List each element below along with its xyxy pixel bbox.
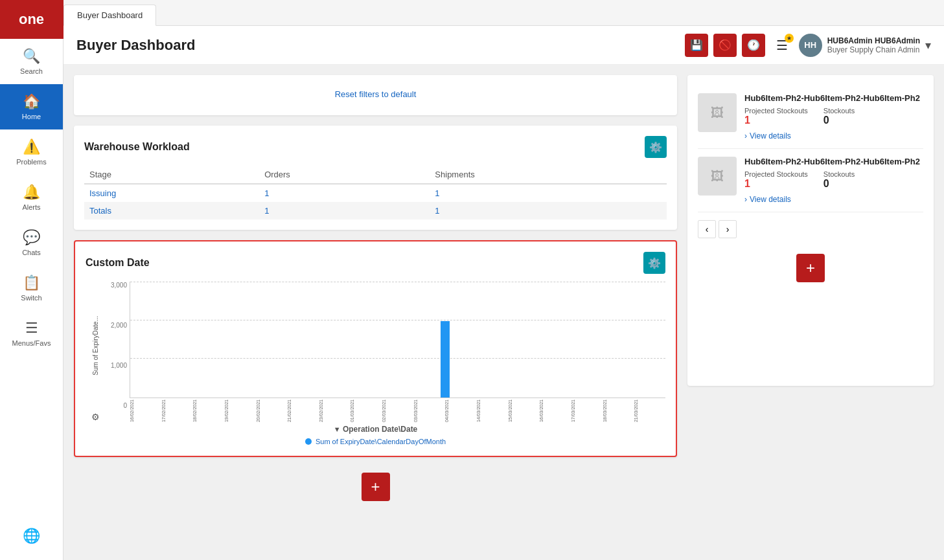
sidebar-item-home[interactable]: 🏠 Home xyxy=(0,84,63,129)
save-button[interactable]: 💾 xyxy=(685,34,708,57)
col-stage: Stage xyxy=(84,166,259,184)
table-row: Issuing 1 1 xyxy=(84,184,667,202)
switch-icon: 📋 xyxy=(23,274,40,291)
menu-icon: ☰ xyxy=(25,320,38,337)
filter-funnel-icon: ▼ xyxy=(334,425,341,433)
y-axis-label: Sum of ExpiryDate... xyxy=(92,316,99,375)
chart-body: 3,000 2,000 1,000 0 xyxy=(105,282,665,422)
stock-item-details-0: Hub6Item-Ph2-Hub6Item-Ph2-Hub6Item-Ph2 P… xyxy=(744,93,923,140)
x-axis-label: 16/02/2021 xyxy=(130,399,161,422)
warehouse-filter-button[interactable]: ⚙️ xyxy=(645,136,667,158)
view-details-link-1[interactable]: › View details xyxy=(744,195,923,204)
x-labels: 16/02/202117/02/202118/02/202119/02/2021… xyxy=(130,399,665,422)
app-logo[interactable]: one xyxy=(0,0,63,39)
sidebar-item-alerts[interactable]: 🔔 Alerts xyxy=(0,175,63,220)
main-content: Buyer Dashboard Buyer Dashboard 💾 🚫 🕐 ☰ … xyxy=(63,0,944,560)
sidebar-item-label: Chats xyxy=(22,249,41,256)
sidebar-item-globe[interactable]: 🌐 xyxy=(0,519,63,554)
sidebar-item-search[interactable]: 🔍 Search xyxy=(0,39,63,84)
y-tick-1000: 1,000 xyxy=(111,362,127,369)
chart-wrapper: Sum of ExpiryDate... ⚙ 3,000 2,000 1,000… xyxy=(86,282,665,422)
user-info[interactable]: HH HUB6Admin HUB6Admin Buyer Supply Chai… xyxy=(799,34,931,57)
grid-line-2000 xyxy=(130,320,665,320)
x-axis-label: 20/02/2021 xyxy=(256,399,288,422)
search-icon: 🔍 xyxy=(23,48,40,65)
globe-icon: 🌐 xyxy=(23,528,40,544)
tab-buyer-dashboard[interactable]: Buyer Dashboard xyxy=(63,5,156,26)
orders-cell: 1 xyxy=(259,184,430,202)
col-orders: Orders xyxy=(259,166,430,184)
right-panel: 🖼 Hub6Item-Ph2-Hub6Item-Ph2-Hub6Item-Ph2… xyxy=(687,75,934,550)
shipments-cell: 1 xyxy=(430,184,667,202)
x-axis-label: 23/02/2021 xyxy=(319,399,351,422)
save-icon: 💾 xyxy=(690,39,703,51)
y-axis-label-wrapper: Sum of ExpiryDate... xyxy=(92,282,99,409)
stockouts-0: Stockouts 0 xyxy=(823,107,855,126)
sidebar: one 🔍 Search 🏠 Home ⚠️ Problems 🔔 Alerts… xyxy=(0,0,63,560)
tab-bar: Buyer Dashboard xyxy=(63,0,944,26)
x-axis-label: 17/02/2021 xyxy=(161,399,193,422)
gear-icon[interactable]: ⚙ xyxy=(91,412,100,422)
chevron-right-icon: › xyxy=(744,131,747,140)
notifications-menu-button[interactable]: ☰ ★ xyxy=(770,34,794,57)
pagination: ‹ › xyxy=(698,220,923,238)
warehouse-workload-title: Warehouse Workload xyxy=(84,141,190,153)
filter-sliders-icon: ⚙️ xyxy=(649,141,662,153)
sidebar-item-label: Search xyxy=(20,67,43,75)
dashboard-body: Reset filters to default Warehouse Workl… xyxy=(63,65,944,560)
plot-container: 16/02/202117/02/202118/02/202119/02/2021… xyxy=(130,282,665,422)
image-placeholder-icon: 🖼 xyxy=(711,106,724,120)
plot-area xyxy=(130,282,665,398)
sidebar-item-menus[interactable]: ☰ Menus/Favs xyxy=(0,311,63,356)
y-axis-container: Sum of ExpiryDate... ⚙ xyxy=(86,282,105,422)
stock-item: 🖼 Hub6Item-Ph2-Hub6Item-Ph2-Hub6Item-Ph2… xyxy=(698,149,923,212)
stock-item-name-0: Hub6Item-Ph2-Hub6Item-Ph2-Hub6Item-Ph2 xyxy=(744,93,923,103)
sidebar-item-label: Home xyxy=(22,113,41,120)
cancel-button[interactable]: 🚫 xyxy=(713,34,737,57)
chart-legend: Sum of ExpiryDate\CalendarDayOfMonth xyxy=(86,438,665,445)
x-axis-label: 21/02/2021 xyxy=(287,399,319,422)
warehouse-workload-card: Warehouse Workload ⚙️ Stage Orders Shipm… xyxy=(74,126,677,230)
bell-icon: 🔔 xyxy=(23,184,40,201)
add-widget-button[interactable]: + xyxy=(362,473,390,501)
stock-item-name-1: Hub6Item-Ph2-Hub6Item-Ph2-Hub6Item-Ph2 xyxy=(744,157,923,166)
view-details-link-0[interactable]: › View details xyxy=(744,131,923,140)
x-axis-label: 15/03/2021 xyxy=(508,399,540,422)
avatar: HH xyxy=(799,34,822,57)
prev-page-button[interactable]: ‹ xyxy=(698,220,716,238)
page-header: Buyer Dashboard 💾 🚫 🕐 ☰ ★ HH HUB6Admin H… xyxy=(63,26,944,65)
chat-icon: 💬 xyxy=(23,229,40,246)
x-axis-label: 01/03/2021 xyxy=(350,399,382,422)
x-axis-label: 02/03/2021 xyxy=(382,399,413,422)
page-title: Buyer Dashboard xyxy=(76,37,195,54)
workload-table: Stage Orders Shipments Issuing 1 1 Total… xyxy=(84,166,667,219)
x-axis-label: 04/03/2021 xyxy=(444,399,476,422)
sidebar-item-switch[interactable]: 📋 Switch xyxy=(0,265,63,311)
sidebar-item-chats[interactable]: 💬 Chats xyxy=(0,220,63,265)
history-button[interactable]: 🕐 xyxy=(742,34,765,57)
user-name: HUB6Admin HUB6Admin xyxy=(827,36,920,45)
x-axis-label: 21/03/2021 xyxy=(634,399,665,422)
header-actions: 💾 🚫 🕐 ☰ ★ HH HUB6Admin HUB6Admin Buyer S… xyxy=(685,34,931,57)
sidebar-bottom: 🌐 xyxy=(0,519,63,560)
chart-header: Custom Date ⚙️ xyxy=(86,252,665,274)
grid-line-top xyxy=(130,282,665,282)
reset-filters-link[interactable]: Reset filters to default xyxy=(335,89,417,99)
stock-metrics-0: Projected Stockouts 1 Stockouts 0 xyxy=(744,107,923,126)
y-ticks: 3,000 2,000 1,000 0 xyxy=(105,282,130,422)
legend-label: Sum of ExpiryDate\CalendarDayOfMonth xyxy=(316,438,446,445)
x-title-text: Operation Date\Date xyxy=(343,425,417,434)
x-axis-label: 19/02/2021 xyxy=(224,399,256,422)
right-add-button[interactable]: + xyxy=(796,254,825,282)
notification-badge: ★ xyxy=(785,34,794,43)
history-icon: 🕐 xyxy=(747,39,760,51)
x-axis-label: 16/03/2021 xyxy=(539,399,571,422)
next-page-button[interactable]: › xyxy=(719,220,737,238)
sidebar-item-problems[interactable]: ⚠️ Problems xyxy=(0,129,63,175)
col-shipments: Shipments xyxy=(430,166,667,184)
stock-metrics-1: Projected Stockouts 1 Stockouts 0 xyxy=(744,170,923,190)
stock-card: 🖼 Hub6Item-Ph2-Hub6Item-Ph2-Hub6Item-Ph2… xyxy=(687,75,934,386)
chart-filter-button[interactable]: ⚙️ xyxy=(643,252,665,274)
stock-image-1: 🖼 xyxy=(698,157,737,196)
stock-item-details-1: Hub6Item-Ph2-Hub6Item-Ph2-Hub6Item-Ph2 P… xyxy=(744,157,923,204)
